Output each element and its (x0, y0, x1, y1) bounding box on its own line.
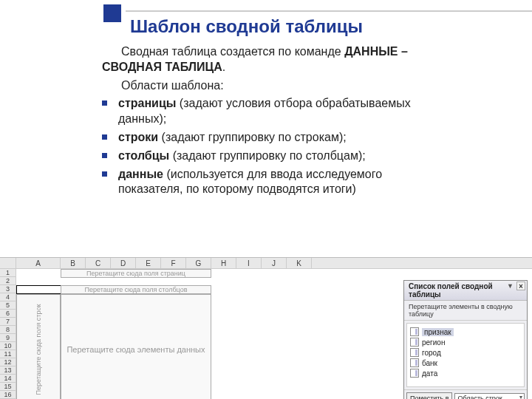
field-item[interactable]: банк (410, 358, 521, 368)
panel-titlebar[interactable]: Список полей сводной таблицы ▼ × (404, 281, 527, 301)
column-header[interactable]: G (186, 258, 211, 268)
areas-list: страницы (задают условия отбора обрабаты… (102, 96, 442, 197)
panel-title: Список полей сводной таблицы (409, 282, 493, 299)
field-label: регион (422, 338, 445, 347)
column-header[interactable]: B (61, 258, 86, 268)
row-header[interactable]: 1 (0, 269, 16, 277)
column-header[interactable]: C (86, 258, 111, 268)
intro-pre: Сводная таблица создается по команде (121, 45, 341, 58)
row-header[interactable]: 15 (0, 383, 16, 391)
row-header[interactable]: 8 (0, 326, 16, 334)
row-header[interactable]: 16 (0, 391, 16, 399)
area-select[interactable]: Область строк (454, 393, 525, 399)
area-label: страницы (118, 97, 176, 109)
column-header[interactable]: A (16, 258, 61, 268)
field-icon (410, 338, 419, 347)
area-label: строки (118, 131, 158, 143)
row-header[interactable]: 13 (0, 366, 16, 375)
area-item: страницы (задают условия отбора обрабаты… (102, 96, 442, 127)
area-item: строки (задают группировку по строкам); (102, 130, 442, 146)
area-item: данные (используется для ввода исследуем… (102, 167, 442, 198)
place-in-button[interactable]: Поместить в (406, 392, 452, 399)
row-header[interactable]: 14 (0, 375, 16, 383)
row-header[interactable]: 2 (0, 277, 16, 285)
column-header[interactable]: F (161, 258, 186, 268)
column-headers: ABCDEFGHIJK (16, 258, 532, 269)
field-label: признак (422, 328, 454, 336)
area-label: данные (118, 168, 163, 180)
field-item[interactable]: дата (410, 368, 521, 378)
field-item[interactable]: признак (410, 327, 521, 337)
cell-a3[interactable] (16, 285, 61, 294)
row-header[interactable]: 5 (0, 301, 16, 310)
row-header[interactable]: 10 (0, 342, 16, 350)
field-item[interactable]: регион (410, 337, 521, 347)
row-header[interactable]: 11 (0, 350, 16, 358)
row-headers: 12345678910111213141516 (0, 258, 16, 399)
field-list[interactable]: признакрегионгородбанкдата (406, 323, 525, 387)
field-item[interactable]: город (410, 347, 521, 358)
column-header[interactable]: J (262, 258, 287, 268)
page-title: Шаблон сводной таблицы (130, 16, 363, 37)
area-label: столбцы (118, 149, 169, 162)
pivot-row-dropzone[interactable]: Перетащите сюда поля строк (16, 294, 61, 399)
row-header[interactable]: 7 (0, 318, 16, 326)
field-label: дата (422, 369, 437, 378)
column-header[interactable]: D (111, 258, 136, 268)
body-text: Сводная таблица создается по команде ДАН… (102, 44, 442, 200)
pivot-page-dropzone[interactable]: Перетащите сюда поля страниц (61, 269, 211, 278)
column-header[interactable]: K (287, 258, 312, 268)
excel-screenshot: 12345678910111213141516 ABCDEFGHIJK Пере… (0, 257, 532, 399)
area-desc: (задают группировку по строкам); (158, 131, 347, 143)
pivot-field-list-panel: Список полей сводной таблицы ▼ × Перетащ… (403, 280, 528, 399)
pivot-data-dropzone[interactable]: Перетащите сюда элементы данных (61, 294, 211, 399)
column-header[interactable]: I (236, 258, 262, 268)
row-header[interactable]: 3 (0, 285, 16, 293)
field-label: банк (422, 359, 437, 367)
area-desc: (задают группировку по столбцам); (169, 149, 365, 162)
row-header[interactable]: 9 (0, 334, 16, 342)
accent-line (126, 10, 532, 12)
areas-heading: Области шаблона: (102, 78, 442, 94)
row-header[interactable]: 4 (0, 293, 16, 301)
area-item: столбцы (задают группировку по столбцам)… (102, 149, 442, 164)
row-header[interactable]: 12 (0, 358, 16, 366)
row-header[interactable]: 6 (0, 310, 16, 318)
field-icon (410, 327, 419, 336)
accent-square (103, 4, 121, 22)
panel-instruction: Перетащите элементы в сводную таблицу (404, 301, 527, 321)
close-icon[interactable]: × (516, 282, 525, 290)
field-icon (410, 348, 419, 357)
column-header[interactable]: H (211, 258, 236, 268)
field-icon (410, 369, 419, 378)
field-label: город (422, 349, 441, 357)
panel-options-icon[interactable]: ▼ (507, 282, 514, 290)
intro-post: . (222, 61, 225, 73)
pivot-column-dropzone[interactable]: Перетащите сюда поля столбцов (61, 285, 211, 294)
field-icon (410, 358, 419, 367)
column-header[interactable]: E (136, 258, 161, 268)
